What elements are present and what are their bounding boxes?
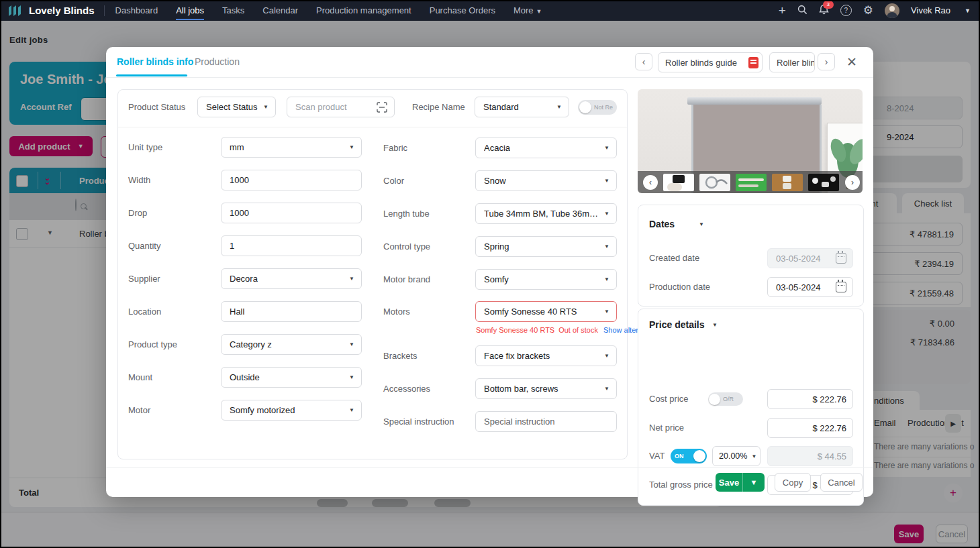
chevron-down-icon[interactable]: ▼ bbox=[712, 322, 718, 328]
chevron-down-icon: ▼ bbox=[751, 453, 756, 459]
fabric-select[interactable]: Acacia▼ bbox=[475, 138, 617, 158]
product-status-label: Product Status bbox=[128, 97, 185, 117]
created-date-label: Created date bbox=[649, 248, 699, 268]
cost-price-input[interactable]: $ 222.76 bbox=[767, 389, 853, 409]
chevron-down-icon: ▼ bbox=[604, 353, 609, 359]
user-avatar[interactable] bbox=[885, 3, 899, 18]
chevron-down-icon: ▼ bbox=[604, 211, 609, 217]
motor-brand-select[interactable]: Somfy▼ bbox=[475, 269, 617, 290]
product-status-select[interactable]: Select Status▼ bbox=[197, 97, 276, 117]
thumbnail-motor-cables[interactable] bbox=[699, 174, 730, 191]
calendar-icon[interactable] bbox=[836, 282, 846, 292]
nav-more[interactable]: More▼ bbox=[513, 5, 542, 15]
accessories-label: Accessories bbox=[383, 378, 430, 399]
motor-brand-label: Motor brand bbox=[383, 269, 430, 290]
close-icon[interactable]: ✕ bbox=[846, 54, 857, 70]
thumbnail-tubes[interactable] bbox=[736, 174, 767, 191]
guide-next-button[interactable]: › bbox=[818, 53, 835, 70]
vat-toggle[interactable]: ON bbox=[671, 449, 707, 463]
quantity-input[interactable] bbox=[221, 235, 362, 256]
nav-purchase-orders[interactable]: Purchase Orders bbox=[430, 5, 495, 15]
unit-type-label: Unit type bbox=[128, 137, 162, 158]
top-navigation-bar: Lovely Blinds Dashboard All jobs Tasks C… bbox=[0, 0, 980, 21]
nav-tasks[interactable]: Tasks bbox=[222, 5, 244, 15]
settings-gear-icon[interactable]: ⚙ bbox=[863, 5, 873, 16]
topbar-divider bbox=[104, 5, 105, 16]
chevron-down-icon[interactable]: ▼ bbox=[965, 7, 971, 14]
nav-calendar[interactable]: Calendar bbox=[262, 5, 298, 15]
add-icon[interactable]: + bbox=[779, 4, 786, 17]
location-label: Location bbox=[128, 301, 161, 322]
unit-type-select[interactable]: mm▼ bbox=[221, 137, 362, 158]
special-instruction-input[interactable] bbox=[475, 411, 617, 432]
nav-production-management[interactable]: Production management bbox=[316, 5, 411, 15]
width-input[interactable] bbox=[221, 170, 362, 190]
help-icon[interactable]: ? bbox=[840, 5, 852, 16]
length-tube-label: Length tube bbox=[383, 203, 430, 224]
thumbnail-brackets[interactable] bbox=[772, 174, 803, 191]
scan-icon bbox=[377, 102, 387, 113]
brackets-label: Brackets bbox=[383, 345, 418, 366]
length-tube-select[interactable]: Tube 34mm BM, Tube 36mm B...▼ bbox=[475, 203, 617, 224]
thumbnail-remote[interactable] bbox=[663, 174, 694, 191]
net-price-input[interactable]: $ 222.76 bbox=[767, 418, 853, 438]
recipe-select[interactable]: Standard▼ bbox=[475, 97, 569, 117]
vat-rate-select[interactable]: 20.00%▼ bbox=[712, 446, 761, 466]
control-type-select[interactable]: Spring▼ bbox=[475, 236, 617, 257]
notification-badge: 3 bbox=[823, 1, 834, 9]
color-select[interactable]: Snow▼ bbox=[475, 170, 617, 191]
control-type-label: Control type bbox=[383, 236, 430, 257]
product-type-label: Product type bbox=[128, 334, 177, 355]
copy-button[interactable]: Copy bbox=[775, 473, 811, 492]
tab-production[interactable]: Production bbox=[195, 56, 240, 67]
pdf-icon bbox=[748, 57, 758, 68]
search-icon[interactable] bbox=[797, 5, 807, 17]
guide-prev-button[interactable]: ‹ bbox=[635, 53, 652, 70]
guide-pdf-button[interactable]: Roller blinds guide bbox=[658, 52, 763, 72]
chevron-down-icon: ▼ bbox=[604, 243, 609, 250]
chevron-down-icon: ▼ bbox=[349, 341, 354, 347]
roller-blinds-modal: Roller blinds info Production ‹ Roller b… bbox=[106, 47, 873, 497]
save-button[interactable]: Save bbox=[716, 473, 742, 492]
dates-card: Dates ▼ Created date 03-05-2024 Producti… bbox=[638, 205, 864, 307]
user-name[interactable]: Vivek Rao bbox=[911, 5, 950, 15]
carousel-prev-icon[interactable]: ‹ bbox=[643, 175, 658, 190]
width-label: Width bbox=[128, 170, 150, 190]
created-date-input: 03-05-2024 bbox=[767, 248, 853, 268]
save-options-chevron[interactable]: ▼ bbox=[742, 473, 765, 492]
chevron-down-icon: ▼ bbox=[349, 407, 354, 413]
notifications-bell-icon[interactable]: 3 bbox=[819, 4, 829, 17]
recipe-name-label: Recipe Name bbox=[412, 97, 465, 117]
drop-input[interactable] bbox=[221, 203, 362, 223]
thumbnail-parts[interactable] bbox=[808, 174, 839, 191]
product-form-card: Product Status Select Status▼ Scan produ… bbox=[117, 89, 628, 459]
nav-all-jobs[interactable]: All jobs bbox=[176, 5, 204, 15]
motors-select[interactable]: Somfy Sonesse 40 RTS▼ bbox=[475, 301, 617, 322]
chevron-down-icon: ▼ bbox=[604, 386, 609, 392]
fabric-label: Fabric bbox=[383, 138, 407, 158]
total-gross-label: Total gross price bbox=[649, 475, 713, 495]
tab-roller-blinds-info[interactable]: Roller blinds info bbox=[117, 56, 193, 67]
accessories-select[interactable]: Bottom bar, screws▼ bbox=[475, 378, 617, 399]
chevron-down-icon[interactable]: ▼ bbox=[699, 221, 704, 227]
supplier-select[interactable]: Decora▼ bbox=[221, 268, 362, 289]
cancel-button[interactable]: Cancel bbox=[820, 473, 863, 492]
vat-label: VAT bbox=[649, 446, 665, 466]
carousel-next-icon[interactable]: › bbox=[845, 175, 860, 190]
motors-error-message: Somfy Sonesse 40 RTSOut of stock Show al… bbox=[476, 326, 662, 334]
product-type-select[interactable]: Category z▼ bbox=[221, 334, 362, 355]
color-label: Color bbox=[383, 170, 404, 191]
motor-select[interactable]: Somfy motorized▼ bbox=[221, 400, 362, 421]
production-date-input[interactable]: 03-05-2024 bbox=[767, 277, 853, 297]
cost-override-toggle[interactable]: O/R bbox=[708, 392, 743, 406]
motor-label: Motor bbox=[128, 400, 150, 421]
mount-select[interactable]: Outside▼ bbox=[221, 367, 362, 388]
location-input[interactable] bbox=[221, 301, 362, 322]
guide-next-pdf-button[interactable]: Roller blind bbox=[769, 52, 815, 72]
not-ready-toggle[interactable]: Not Rea... bbox=[578, 100, 617, 115]
quantity-label: Quantity bbox=[128, 235, 160, 256]
scan-product-input[interactable]: Scan product bbox=[287, 97, 395, 117]
brackets-select[interactable]: Face fix brackets▼ bbox=[475, 345, 617, 366]
brand-title: Lovely Blinds bbox=[29, 5, 95, 16]
nav-dashboard[interactable]: Dashboard bbox=[115, 5, 158, 15]
